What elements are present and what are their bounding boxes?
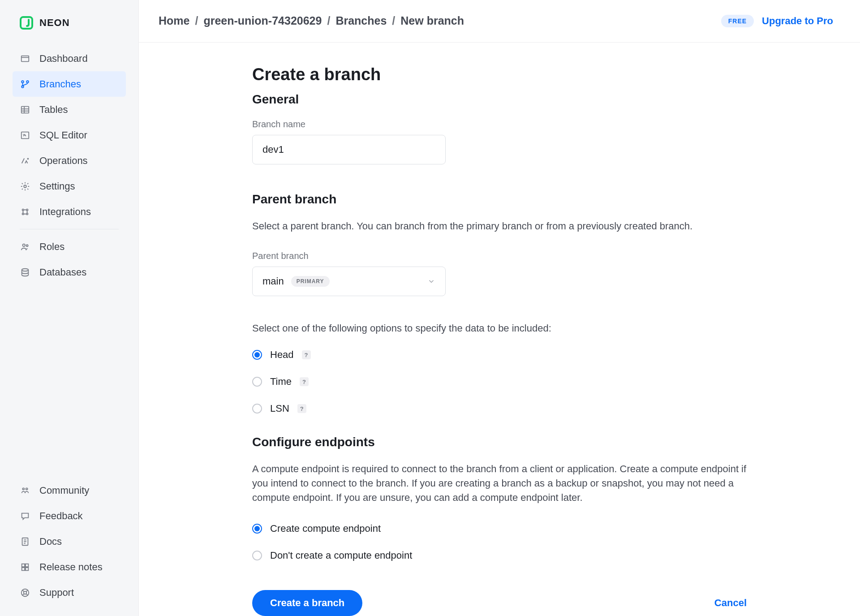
breadcrumb-sep: / [195,14,198,27]
sidebar-item-settings[interactable]: Settings [13,173,126,199]
tables-icon [20,104,30,115]
logo[interactable]: NEON [0,16,138,46]
radio-icon [252,551,262,560]
data-prompt: Select one of the following options to s… [252,321,747,336]
sidebar: NEON Dashboard Branches Tables [0,0,139,616]
page-title: Create a branch [252,65,747,84]
svg-point-19 [22,268,29,271]
svg-point-14 [26,209,28,211]
sidebar-item-release-notes[interactable]: Release notes [13,554,126,580]
sidebar-item-branches[interactable]: Branches [13,71,126,97]
parent-select-label: Parent branch [252,251,747,261]
svg-rect-0 [21,17,32,29]
radio-label: Head [270,349,294,361]
dashboard-icon [20,53,30,64]
chevron-down-icon [427,277,435,285]
svg-rect-29 [26,567,28,570]
parent-branch-select[interactable]: main PRIMARY [252,267,446,296]
endpoint-option-create[interactable]: Create compute endpoint [252,523,747,534]
endpoint-option-skip[interactable]: Don't create a compute endpoint [252,550,747,561]
tier-area: FREE Upgrade to Pro [721,15,833,27]
data-option-lsn[interactable]: LSN ? [252,403,747,414]
sidebar-item-feedback[interactable]: Feedback [13,503,126,529]
svg-point-12 [24,185,26,188]
operations-icon [20,155,30,166]
form-actions: Create a branch Cancel [252,590,747,616]
svg-rect-27 [26,564,28,566]
data-option-head[interactable]: Head ? [252,349,747,361]
neon-logo-icon [20,16,33,30]
section-general-title: General [252,92,747,107]
radio-icon [252,404,262,414]
sidebar-item-label: Tables [39,104,68,116]
breadcrumb-current: New branch [400,14,464,27]
sidebar-item-tables[interactable]: Tables [13,97,126,122]
data-option-list: Head ? Time ? LSN ? [252,349,747,414]
help-icon[interactable]: ? [302,350,311,359]
sidebar-item-dashboard[interactable]: Dashboard [13,46,126,71]
breadcrumb-sep: / [327,14,330,27]
sidebar-item-label: Settings [39,181,75,192]
sidebar-item-support[interactable]: Support [13,580,126,605]
help-icon[interactable]: ? [297,404,306,413]
data-option-time[interactable]: Time ? [252,376,747,388]
sidebar-item-docs[interactable]: Docs [13,529,126,554]
svg-point-18 [26,245,28,246]
branch-name-label: Branch name [252,119,747,129]
brand-name: NEON [39,17,70,29]
integrations-icon [20,207,30,217]
sidebar-item-community[interactable]: Community [13,478,126,503]
sidebar-item-operations[interactable]: Operations [13,148,126,173]
svg-rect-28 [22,567,25,570]
breadcrumb-sep: / [392,14,395,27]
sidebar-item-label: Community [39,485,89,496]
sidebar-item-databases[interactable]: Databases [13,259,126,285]
endpoint-option-list: Create compute endpoint Don't create a c… [252,523,747,561]
sidebar-item-label: Integrations [39,206,91,218]
breadcrumb-section[interactable]: Branches [335,14,387,27]
section-endpoints-title: Configure endpoints [252,435,747,449]
parent-desc: Select a parent branch. You can branch f… [252,219,747,233]
sidebar-item-integrations[interactable]: Integrations [13,199,126,224]
svg-rect-1 [22,56,29,61]
breadcrumb: Home / green-union-74320629 / Branches /… [159,14,464,27]
breadcrumb-project[interactable]: green-union-74320629 [203,14,322,27]
svg-point-31 [24,591,26,594]
branches-icon [20,79,30,90]
sidebar-item-label: Databases [39,267,86,278]
sidebar-item-label: Docs [39,536,62,547]
sidebar-item-label: Support [39,587,74,599]
content: Create a branch General Branch name Pare… [139,43,860,616]
sidebar-item-sql-editor[interactable]: SQL Editor [13,122,126,148]
section-parent-title: Parent branch [252,192,747,207]
database-icon [20,267,30,278]
svg-rect-26 [22,564,25,566]
svg-point-20 [22,488,24,490]
parent-select-value: main [262,276,284,287]
svg-point-13 [22,209,24,211]
branch-name-input[interactable] [252,135,446,164]
sidebar-item-label: Branches [39,78,81,90]
topbar: Home / green-union-74320629 / Branches /… [139,0,860,43]
breadcrumb-home[interactable]: Home [159,14,189,27]
help-icon[interactable]: ? [300,377,309,386]
sidebar-item-roles[interactable]: Roles [13,234,126,259]
cancel-button[interactable]: Cancel [714,597,747,609]
svg-point-17 [23,244,26,246]
endpoints-desc: A compute endpoint is required to connec… [252,462,747,505]
upgrade-link[interactable]: Upgrade to Pro [762,15,833,27]
create-branch-button[interactable]: Create a branch [252,590,362,616]
radio-label: LSN [270,403,289,414]
primary-nav: Dashboard Branches Tables SQL Editor [0,46,138,285]
support-icon [20,587,30,598]
secondary-nav: Community Feedback Docs Release notes [0,478,138,605]
svg-point-16 [26,213,28,215]
community-icon [20,485,30,496]
roles-icon [20,241,30,252]
sql-icon [20,130,30,141]
main: Home / green-union-74320629 / Branches /… [139,0,860,616]
sidebar-item-label: Release notes [39,561,103,573]
svg-rect-6 [22,106,29,113]
svg-point-21 [26,488,28,490]
sidebar-item-label: SQL Editor [39,129,87,141]
